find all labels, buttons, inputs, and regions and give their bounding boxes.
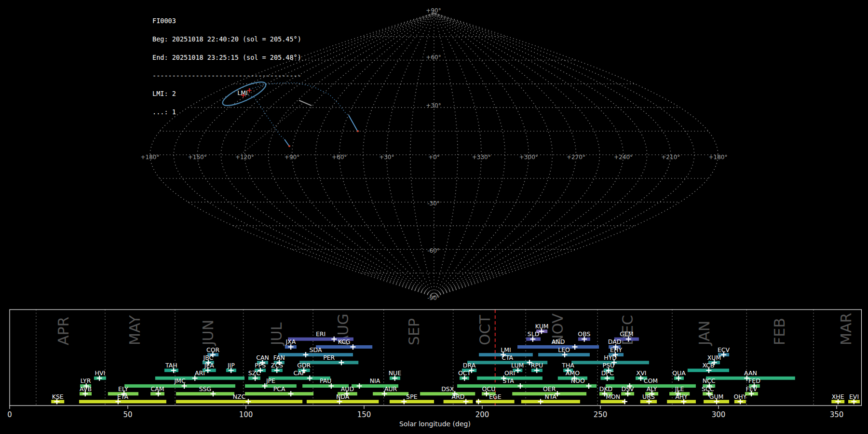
header-separator: --------------------------------------: [152, 73, 301, 79]
shower-code-OER: OER: [543, 385, 556, 393]
sporadic-count-line: ...: 1: [152, 109, 301, 115]
shower-peak-EGE: [476, 399, 481, 404]
x-tick-label: 350: [830, 410, 844, 419]
shower-count-line: LMI: 2: [152, 91, 301, 97]
lon-label: +270°: [567, 154, 585, 161]
x-tick-label: 150: [357, 410, 371, 419]
shower-code-LEO: LEO: [558, 346, 570, 353]
meteor-end-dot: [357, 130, 359, 132]
shower-code-ERI: ERI: [316, 330, 326, 338]
shower-code-KSE: KSE: [52, 393, 64, 400]
shower-code-HVI: HVI: [95, 369, 106, 377]
month-label: APR: [55, 317, 72, 345]
shower-code-PAU: PAU: [320, 377, 331, 384]
month-label: MAR: [838, 313, 854, 345]
shower-code-LMI: LMI: [501, 346, 511, 353]
shower-peak-SDA: [303, 352, 308, 357]
shower-code-ARI: ARI: [195, 369, 205, 377]
begin-time-line: Beg: 20251018 22:40:20 (sol = 205.45°): [152, 36, 301, 42]
month-label: MAY: [126, 315, 143, 345]
lon-label: +180°: [141, 154, 160, 161]
lon-label: +90°: [285, 154, 299, 161]
shower-bar-ARI: [155, 377, 244, 380]
shower-peak-NIA: [357, 383, 362, 389]
shower-code-NIA: NIA: [370, 377, 380, 384]
shower-code-PER: PER: [323, 354, 335, 361]
meteor-track: [285, 139, 289, 146]
lat-label: +30°: [426, 102, 441, 109]
end-time-line: End: 20251018 23:25:15 (sol = 205.48°): [152, 54, 301, 61]
month-label: OCT: [476, 314, 493, 345]
shower-bar-SPE: [390, 400, 434, 403]
x-tick-label: 50: [123, 410, 132, 419]
x-tick-label: 250: [594, 410, 608, 419]
shower-bar-DSX: [420, 392, 475, 395]
month-label: SEP: [406, 318, 422, 345]
shower-bar-MON: [600, 400, 625, 403]
shower-bar-JPE: [245, 384, 297, 388]
shower-code-AND: AND: [552, 338, 565, 345]
shower-code-DRA: DRA: [463, 362, 476, 369]
shower-code-COM: COM: [644, 377, 658, 384]
lat-label: -30°: [427, 200, 440, 207]
shower-code-KCG: KCG: [338, 338, 351, 345]
shower-bar-JMC: [124, 384, 235, 388]
shower-code-MON: MON: [606, 393, 620, 400]
x-tick-label: 0: [7, 410, 12, 419]
shower-bar-NZC: [176, 400, 302, 403]
lon-label: +210°: [661, 154, 680, 161]
month-label: JAN: [696, 321, 713, 346]
shower-code-TAH: TAH: [165, 362, 177, 369]
shower-code-ELY: ELY: [118, 385, 128, 393]
shower-bar-KCG: [316, 345, 372, 349]
x-tick-label: 100: [239, 410, 253, 419]
x-axis-title: Solar longitude (deg): [399, 420, 471, 428]
shower-bar-SSG: [176, 392, 234, 395]
shower-bar-SDA: [278, 353, 353, 356]
shower-bar-EGE: [476, 400, 514, 403]
shower-peak-AND: [572, 344, 578, 350]
lat-label: +90°: [426, 7, 441, 14]
shower-code-CAM: CAM: [150, 385, 164, 393]
month-label: JUN: [200, 320, 217, 346]
x-tick-label: 300: [712, 410, 726, 419]
shower-code-SDA: SDA: [310, 346, 322, 353]
shower-bar-NDA: [307, 400, 379, 403]
lon-label: +150°: [188, 154, 207, 161]
shower-peak-CAP: [307, 376, 312, 381]
shower-code-DAD: DAD: [608, 338, 622, 345]
shower-labels: KUMERISLDOBSGEMJXAKCGANDDADCORSDALMILEOE…: [52, 323, 859, 400]
month-label: JUL: [268, 322, 285, 346]
lon-label: +30°: [379, 154, 394, 161]
shower-code-SPE: SPE: [406, 393, 417, 400]
shower-bar-ETA: [79, 400, 166, 403]
meteor-track: [349, 115, 357, 131]
shower-code-AAN: AAN: [744, 369, 757, 377]
meteor-end-dot: [288, 145, 290, 147]
meteor-analysis-window: { "header": { "station": "FI0003", "beg_…: [0, 0, 868, 434]
lat-label: -90°: [427, 295, 440, 301]
shower-peak-NZC: [245, 399, 251, 404]
shower-code-EGE: EGE: [489, 393, 502, 400]
shower-peak-STA: [517, 383, 523, 389]
shower-bar-PCA: [245, 392, 313, 395]
observation-header: FI0003 Beg: 20251018 22:40:20 (sol = 205…: [152, 6, 301, 121]
shower-code-PCA: PCA: [273, 385, 285, 393]
shower-peak-NOO: [586, 383, 591, 389]
shower-code-SSG: SSG: [199, 385, 212, 393]
lat-label: +60°: [426, 54, 441, 61]
shower-code-OCU: OCU: [482, 385, 496, 393]
station-id: FI0003: [152, 18, 301, 24]
shower-peak-PCA: [288, 391, 294, 396]
shower-code-GEM: GEM: [620, 330, 633, 338]
shower-code-NZC: NZC: [233, 393, 246, 400]
shower-code-ORI: ORI: [504, 369, 515, 377]
lon-label: +240°: [614, 154, 633, 161]
shower-code-JLE: JLE: [675, 385, 684, 393]
shower-code-XVI: XVI: [637, 369, 647, 377]
shower-code-DSX: DSX: [441, 385, 454, 393]
shower-code-DKD: DKD: [599, 385, 612, 393]
lon-label: +180°: [709, 154, 728, 161]
shower-code-SLD: SLD: [528, 330, 540, 338]
x-tick-label: 200: [475, 410, 489, 419]
